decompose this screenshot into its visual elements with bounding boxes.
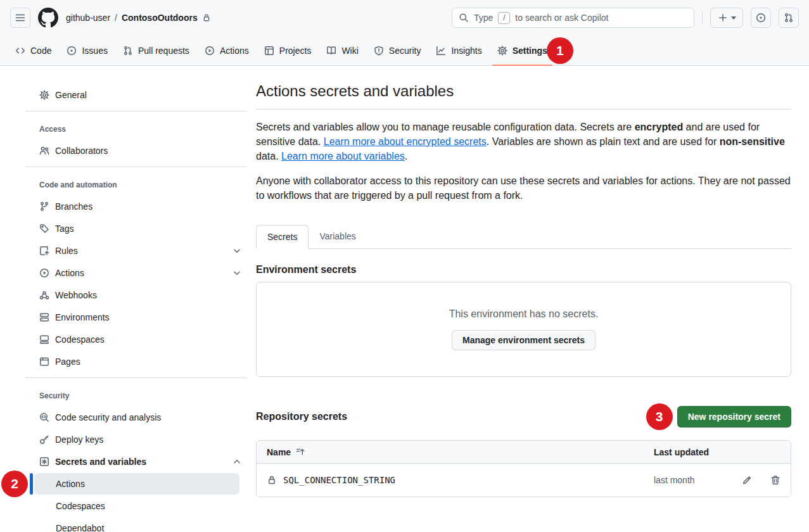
environment-secrets-empty-box: This environment has no secrets. Manage … — [256, 282, 791, 377]
sidebar-subitem-actions[interactable]: 2 Actions — [34, 473, 239, 495]
secret-name-cell: SQL_CONNECTION_STRING — [267, 475, 654, 485]
settings-layout: General Access Collaborators Code and au… — [0, 66, 809, 532]
hamburger-menu-button[interactable] — [10, 8, 30, 28]
column-header-name[interactable]: Name — [267, 447, 654, 457]
sidebar-item-secrets-and-variables[interactable]: Secrets and variables — [25, 450, 247, 472]
gear-icon — [497, 46, 507, 56]
key-icon — [39, 434, 49, 445]
secrets-variables-tabnav: Secrets Variables — [256, 225, 791, 249]
trash-icon — [770, 475, 780, 485]
graph-icon — [436, 46, 446, 56]
header-divider — [702, 11, 703, 24]
tab-settings[interactable]: Settings 1 — [492, 35, 552, 65]
git-branch-icon — [39, 201, 49, 212]
chevron-down-icon — [232, 246, 242, 256]
issue-opened-icon — [756, 13, 766, 23]
sidebar-section-code-automation: Code and automation — [25, 172, 247, 195]
git-pull-request-icon — [123, 46, 133, 56]
gear-icon — [39, 90, 49, 100]
search-placeholder-suffix: to search or ask Copilot — [515, 13, 608, 23]
intro-paragraph: Secrets and variables allow you to manag… — [256, 120, 791, 163]
search-placeholder-prefix: Type — [474, 13, 493, 23]
sidebar-item-rules[interactable]: Rules — [25, 239, 247, 262]
sidebar-item-tags[interactable]: Tags — [25, 217, 247, 239]
repo-nav: Code Issues Pull requests Actions Projec… — [0, 35, 809, 66]
tab-wiki[interactable]: Wiki — [321, 35, 363, 65]
manage-environment-secrets-button[interactable]: Manage environment secrets — [452, 330, 596, 350]
asterisk-box-icon — [39, 457, 49, 467]
callout-step-2: 2 — [1, 471, 28, 497]
codescan-icon — [39, 412, 49, 422]
secret-name: SQL_CONNECTION_STRING — [283, 475, 395, 485]
people-icon — [39, 146, 49, 156]
sidebar-item-deploy-keys[interactable]: Deploy keys — [25, 428, 247, 450]
sidebar-item-pages[interactable]: Pages — [25, 350, 247, 372]
repository-secrets-header-row: Repository secrets 3 New repository secr… — [256, 403, 791, 430]
tab-insights[interactable]: Insights — [431, 35, 487, 65]
slash-key-hint: / — [498, 12, 510, 24]
table-icon — [264, 46, 274, 56]
server-icon — [39, 312, 49, 322]
secret-meta-cell: last month — [654, 475, 780, 485]
sidebar-item-branches[interactable]: Branches — [25, 195, 247, 217]
breadcrumb-separator: / — [115, 13, 117, 23]
sidebar-section-access: Access — [25, 117, 247, 139]
repository-secrets-table: Name Last updated SQL_CONNECTION_STRING … — [256, 440, 791, 497]
pencil-icon — [742, 475, 752, 485]
tab-projects[interactable]: Projects — [259, 35, 317, 65]
tab-variables[interactable]: Variables — [309, 225, 366, 248]
breadcrumb-repo[interactable]: ContosoOutdoors — [122, 13, 198, 23]
link-variables[interactable]: Learn more about variables — [281, 151, 405, 162]
environment-secrets-heading: Environment secrets — [256, 264, 791, 276]
breadcrumb: github-user / ContosoOutdoors — [66, 13, 211, 23]
page-title: Actions secrets and variables — [256, 82, 791, 110]
issue-opened-icon — [67, 46, 77, 56]
delete-secret-button[interactable] — [770, 475, 780, 485]
sidebar-item-collaborators[interactable]: Collaborators — [25, 139, 247, 162]
tab-secrets[interactable]: Secrets — [256, 225, 309, 249]
create-new-button[interactable] — [710, 8, 743, 28]
sidebar-item-webhooks[interactable]: Webhooks — [25, 284, 247, 306]
secret-row: SQL_CONNECTION_STRING last month — [257, 464, 791, 497]
pull-requests-dashboard-button[interactable] — [779, 8, 799, 28]
rules-icon — [39, 246, 49, 256]
global-search-input[interactable]: Type / to search or ask Copilot — [452, 8, 694, 28]
webhook-icon — [39, 290, 49, 300]
sidebar-item-code-security[interactable]: Code security and analysis — [25, 406, 247, 428]
tab-code[interactable]: Code — [10, 35, 56, 65]
sidebar-item-codespaces[interactable]: Codespaces — [25, 328, 247, 350]
git-pull-request-icon — [784, 13, 794, 23]
tab-security[interactable]: Security — [369, 35, 426, 65]
play-circle-icon — [39, 268, 49, 278]
sidebar-item-environments[interactable]: Environments — [25, 306, 247, 328]
tab-pull-requests[interactable]: Pull requests — [118, 35, 194, 65]
github-logo[interactable] — [38, 8, 58, 28]
hamburger-icon — [15, 13, 25, 23]
sidebar-subitem-dependabot[interactable]: Dependabot — [25, 517, 247, 532]
tag-icon — [39, 224, 49, 234]
caret-down-icon — [731, 16, 736, 20]
link-encrypted-secrets[interactable]: Learn more about encrypted secrets — [324, 136, 487, 147]
sidebar-item-general[interactable]: General — [25, 84, 247, 106]
new-repository-secret-button[interactable]: New repository secret — [677, 406, 791, 428]
breadcrumb-owner[interactable]: github-user — [66, 13, 110, 23]
codespaces-icon — [39, 334, 49, 345]
code-icon — [15, 46, 25, 56]
chevron-down-icon — [232, 268, 242, 278]
settings-sidebar: General Access Collaborators Code and au… — [25, 66, 247, 532]
lock-icon — [267, 475, 277, 485]
edit-secret-button[interactable] — [742, 475, 752, 485]
sidebar-subitem-codespaces[interactable]: Codespaces — [25, 495, 247, 517]
issues-dashboard-button[interactable] — [751, 8, 771, 28]
sidebar-divider — [25, 377, 247, 378]
search-icon — [459, 13, 469, 23]
shield-icon — [374, 46, 384, 56]
sidebar-item-actions[interactable]: Actions — [25, 262, 247, 284]
sort-ascending-icon — [296, 447, 305, 457]
settings-main: Actions secrets and variables Secrets an… — [256, 66, 791, 497]
tab-actions[interactable]: Actions — [200, 35, 254, 65]
tab-issues[interactable]: Issues — [61, 35, 112, 65]
sidebar-divider — [25, 111, 247, 111]
chevron-up-icon — [232, 457, 242, 467]
play-circle-icon — [205, 46, 215, 56]
